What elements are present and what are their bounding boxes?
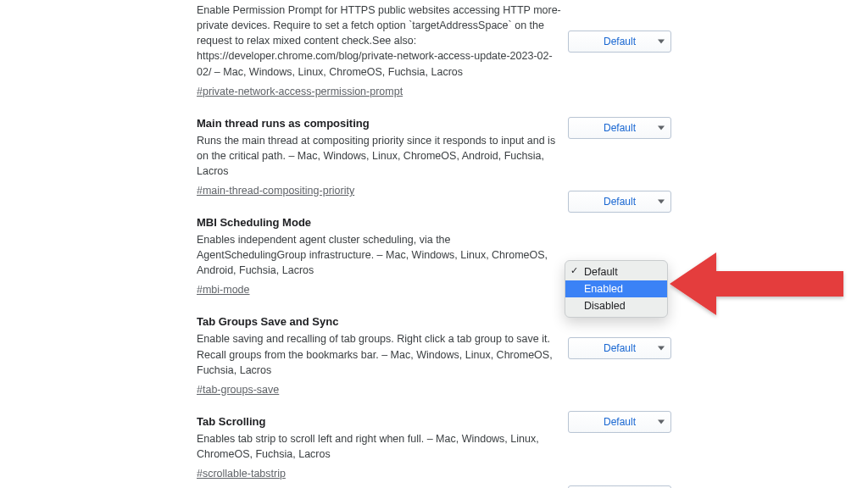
dropdown-item[interactable]: Default: [565, 263, 667, 280]
chevron-down-icon: [658, 40, 665, 44]
page: Enable Permission Prompt for Private Net…: [0, 0, 868, 488]
flag-title: MBI Scheduling Mode: [197, 216, 671, 229]
chevron-down-icon: [658, 347, 665, 351]
flag-hash-link[interactable]: #scrollable-tabstrip: [197, 468, 286, 480]
flag-select-value: Default: [604, 416, 636, 428]
flag-select[interactable]: Default: [568, 117, 671, 139]
dropdown-item[interactable]: Disabled: [565, 297, 667, 314]
svg-marker-0: [670, 252, 843, 315]
flag-description: Enable saving and recalling of tab group…: [197, 331, 561, 377]
flag-description: Enables independent agent cluster schedu…: [197, 232, 561, 278]
dropdown-item[interactable]: Enabled: [565, 280, 667, 297]
flag-select-value: Default: [604, 342, 636, 354]
chevron-down-icon: [658, 420, 665, 424]
flag-select-value: Default: [604, 196, 636, 208]
flag-description: Enables tab strip to scroll left and rig…: [197, 431, 561, 462]
flag-select[interactable]: Default: [568, 191, 671, 213]
flag-hash-link[interactable]: #main-thread-compositing-priority: [197, 185, 354, 197]
flag-hash-link[interactable]: #private-network-access-permission-promp…: [197, 86, 403, 97]
flag-description: Enable Permission Prompt for HTTPS publi…: [197, 3, 561, 80]
dropdown-popup[interactable]: DefaultEnabledDisabled: [565, 260, 668, 318]
flag-description: Runs the main thread at compositing prio…: [197, 133, 561, 179]
flag-select[interactable]: Default: [568, 411, 671, 433]
flag-hash-link[interactable]: #tab-groups-save: [197, 384, 279, 396]
chevron-down-icon: [658, 126, 665, 130]
flag-select-value: Default: [604, 36, 636, 47]
flag-select-value: Default: [604, 122, 636, 134]
arrow-annotation: [670, 246, 848, 322]
flag-select[interactable]: Default: [568, 30, 671, 53]
flag-hash-link[interactable]: #mbi-mode: [197, 284, 250, 296]
chevron-down-icon: [658, 200, 665, 204]
flag-select[interactable]: Default: [568, 337, 671, 359]
